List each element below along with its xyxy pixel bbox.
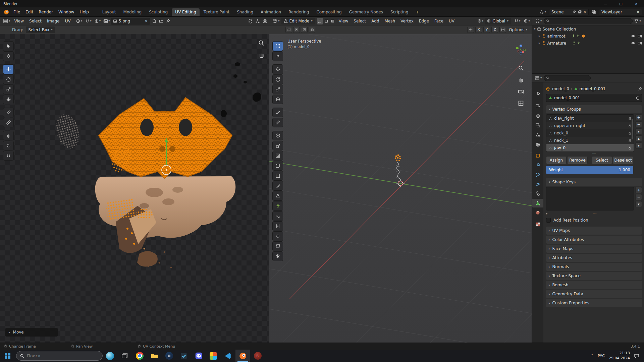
tab-tool[interactable] — [532, 89, 543, 98]
vp-menu-view[interactable]: View — [336, 18, 351, 24]
transform-pivot-button[interactable]: ▾ — [477, 19, 484, 23]
vg-remove-button[interactable]: − — [635, 121, 642, 127]
fake-user-icon[interactable] — [636, 96, 640, 100]
tab-scene[interactable] — [532, 130, 543, 139]
uv-menu-view[interactable]: View — [12, 18, 26, 24]
animroot-render-icon[interactable] — [638, 34, 642, 38]
relax-tool[interactable] — [3, 141, 13, 150]
vertex-group-list[interactable]: clav_right upperarm_right neck_0 — [546, 114, 634, 152]
vg-resize-grip[interactable]: ···· — [546, 153, 642, 155]
select-intersect-icon[interactable] — [309, 27, 315, 33]
section-geometry-data[interactable]: ▸Geometry Data — [546, 290, 642, 298]
close-button[interactable]: × — [629, 0, 644, 7]
vp-menu-select[interactable]: Select — [351, 18, 368, 24]
deselect-button[interactable]: Deselect — [613, 156, 633, 164]
tab-texture[interactable] — [532, 220, 543, 229]
scene-browse-button[interactable]: ▾ — [538, 9, 547, 15]
shrink-fatten-tool[interactable] — [273, 232, 283, 241]
vg-row-neck-1[interactable]: neck_1 — [546, 137, 634, 144]
mirror-toggle-icon[interactable] — [499, 27, 506, 33]
vg-row-jaw-0[interactable]: jaw_0 — [546, 144, 634, 152]
uv-select-mode-icon[interactable] — [255, 19, 260, 23]
shape-keys-header[interactable]: ▾ Shape Keys — [546, 178, 642, 186]
uv-sync-selection-icon[interactable] — [248, 19, 253, 23]
inset-faces-tool[interactable] — [273, 151, 283, 160]
spin-tool[interactable] — [273, 201, 283, 210]
app-icon-generic[interactable] — [176, 350, 191, 362]
mesh-name-field[interactable]: model_0.001 — [546, 94, 642, 102]
scene-unlink-icon[interactable]: × — [583, 10, 586, 14]
tab-modeling[interactable]: Modeling — [120, 8, 145, 16]
measure-tool-3d[interactable] — [273, 118, 283, 127]
vg-row-upperarm-right[interactable]: upperarm_right — [546, 122, 634, 129]
section-custom-properties[interactable]: ▸Custom Properties — [546, 299, 642, 307]
vp-ortho-grid-icon[interactable] — [518, 100, 524, 106]
tab-scripting[interactable]: Scripting — [387, 8, 412, 16]
taskbar-search[interactable] — [16, 351, 103, 361]
start-button[interactable] — [0, 350, 15, 362]
add-rest-position-checkbox[interactable] — [546, 218, 551, 223]
sk-specials-button[interactable]: ▾ — [635, 201, 642, 207]
properties-editor-type-button[interactable]: ▾ — [534, 75, 543, 81]
tab-object-data[interactable] — [532, 199, 543, 207]
uv-menu-image[interactable]: Image — [45, 18, 62, 24]
annotate-tool-3d[interactable] — [273, 108, 283, 117]
file-explorer-icon[interactable] — [147, 350, 162, 362]
operator-panel[interactable]: ▸ Move — [5, 328, 58, 337]
properties-search[interactable] — [544, 75, 591, 81]
uv-proportional-edit-button[interactable]: ▾ — [94, 19, 101, 23]
select-extend-icon[interactable] — [293, 27, 300, 33]
breadcrumb-data[interactable]: model_0.001 — [580, 86, 606, 91]
cursor-tool[interactable] — [3, 52, 13, 61]
extrude-tool[interactable] — [273, 141, 283, 150]
viewlayer-name-field[interactable]: ViewLayer × — [599, 9, 642, 15]
viewport-canvas[interactable]: User Perspective (1) model_0 Z X Y — [269, 34, 532, 343]
vg-lock-icon[interactable] — [628, 139, 632, 142]
grab-tool[interactable] — [3, 131, 13, 140]
vp-menu-vertex[interactable]: Vertex — [398, 18, 416, 24]
menu-render[interactable]: Render — [36, 9, 56, 15]
shear-tool[interactable] — [273, 242, 283, 251]
vg-row-neck-0[interactable]: neck_0 — [546, 129, 634, 137]
vp-menu-edge[interactable]: Edge — [417, 18, 431, 24]
annotate-tool[interactable] — [3, 108, 13, 117]
vp-camera-icon[interactable] — [518, 88, 524, 95]
vg-row-clav-right[interactable]: clav_right — [546, 115, 634, 122]
outliner-editor-type-button[interactable]: ▾ — [534, 18, 543, 24]
tweak-tool[interactable] — [3, 42, 13, 51]
scene-unpin-icon[interactable] — [573, 10, 576, 14]
section-uv-maps[interactable]: ▸UV Maps — [546, 227, 642, 235]
scene-name-field[interactable]: Scene × — [549, 9, 589, 15]
assign-button[interactable]: Assign — [546, 156, 567, 164]
options-dropdown[interactable]: Options ▾ — [507, 27, 529, 32]
select-set-icon[interactable] — [285, 27, 292, 33]
maximize-button[interactable]: □ — [613, 0, 629, 7]
task-view-icon[interactable] — [117, 350, 132, 362]
gizmo-toggle-icon[interactable] — [467, 27, 474, 33]
tab-constraints[interactable] — [532, 189, 543, 198]
axis-z-toggle[interactable]: Z — [491, 27, 498, 33]
vertex-groups-header[interactable]: ▾ Vertex Groups — [546, 105, 642, 113]
tab-output[interactable] — [532, 111, 543, 120]
vp-menu-mesh[interactable]: Mesh — [382, 18, 398, 24]
sk-remove-button[interactable]: − — [635, 194, 642, 200]
vg-specials-button[interactable]: ▾ — [635, 128, 642, 134]
mode-dropdown[interactable]: Edit Mode ▾ — [281, 18, 315, 24]
image-name-field[interactable]: 5.png × — [111, 18, 150, 24]
orientation-dropdown[interactable]: Global ▾ — [485, 18, 511, 24]
drag-mode-dropdown[interactable]: Select Box ▾ — [26, 26, 55, 33]
select-button[interactable]: Select — [592, 156, 612, 164]
remove-button[interactable]: Remove — [567, 156, 588, 164]
tab-render[interactable] — [532, 101, 543, 110]
notifications-icon[interactable] — [634, 353, 639, 359]
measure-tool[interactable] — [3, 118, 13, 127]
image-unlink-icon[interactable]: × — [145, 19, 148, 23]
edge-slide-tool[interactable] — [273, 222, 283, 231]
breadcrumb-object[interactable]: model_0 — [552, 86, 569, 91]
new-image-button[interactable] — [151, 18, 157, 24]
sk-resize-grip[interactable]: ···· — [548, 212, 642, 215]
tab-animation[interactable]: Animation — [257, 8, 284, 16]
vg-lock-icon[interactable] — [628, 124, 632, 128]
viewlayer-icon[interactable] — [591, 9, 597, 15]
transform-tool-3d[interactable] — [273, 95, 283, 104]
